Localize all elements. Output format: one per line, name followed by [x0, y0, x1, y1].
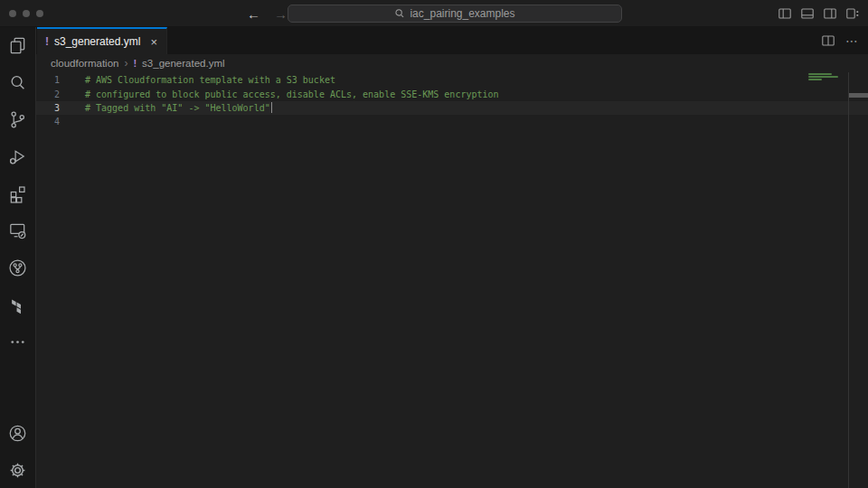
code-text[interactable]: # configured to block public access, dis… [85, 89, 499, 99]
code-text[interactable]: # Tagged with "AI" -> "HelloWorld" [85, 103, 270, 113]
line-number: 3 [36, 103, 60, 113]
tab-close-icon[interactable]: × [149, 35, 158, 49]
code-line-3-active[interactable]: 3 # Tagged with "AI" -> "HelloWorld" [36, 101, 868, 115]
toggle-panel-button[interactable] [799, 5, 816, 22]
tab-s3-generated-yml[interactable]: ! s3_generated.yml × [37, 27, 167, 54]
zoom-window-button[interactable] [36, 10, 43, 17]
more-actions-icon[interactable]: ⋯ [845, 33, 859, 48]
titlebar: ← → iac_pairing_examples [0, 0, 868, 27]
text-cursor [271, 102, 272, 113]
search-icon [394, 8, 405, 19]
tab-bar: ! s3_generated.yml × ⋯ [36, 27, 868, 54]
macos-traffic-lights [9, 0, 43, 27]
git-graph-icon[interactable] [0, 249, 36, 286]
line-number: 1 [36, 75, 60, 85]
line-number: 4 [36, 117, 60, 127]
overview-ruler-scrollbar[interactable] [848, 72, 868, 488]
minimap-line [808, 76, 838, 78]
yaml-file-icon: ! [133, 58, 137, 69]
search-icon[interactable] [0, 64, 36, 101]
terraform-icon[interactable] [0, 286, 36, 324]
code-text[interactable]: # AWS Cloudformation template with a S3 … [85, 75, 335, 85]
activity-bar [0, 27, 36, 488]
run-and-debug-icon[interactable] [0, 138, 36, 175]
command-center-search[interactable]: iac_pairing_examples [288, 5, 622, 23]
line-number: 2 [36, 89, 60, 99]
code-line-2[interactable]: 2 # configured to block public access, d… [36, 87, 868, 100]
customize-layout-button[interactable] [844, 5, 861, 22]
breadcrumb-separator: › [124, 57, 127, 70]
more-views-icon[interactable] [0, 324, 36, 361]
remote-explorer-icon[interactable] [0, 212, 36, 249]
minimize-window-button[interactable] [23, 10, 30, 17]
code-line-1[interactable]: 1 # AWS Cloudformation template with a S… [36, 73, 868, 87]
toggle-primary-sidebar-button[interactable] [777, 5, 793, 22]
nav-back-button[interactable]: ← [244, 5, 263, 23]
minimap-line [808, 73, 832, 75]
close-window-button[interactable] [9, 10, 16, 17]
tab-label: s3_generated.yml [54, 35, 140, 48]
vscode-window: ← → iac_pairing_examples [0, 0, 868, 488]
yaml-file-icon: ! [45, 35, 49, 48]
editor-group: ! s3_generated.yml × ⋯ cloudformation › … [36, 27, 868, 488]
settings-gear-icon[interactable] [0, 452, 36, 488]
minimap[interactable] [806, 72, 848, 488]
breadcrumb-file[interactable]: s3_generated.yml [142, 58, 224, 69]
code-line-4[interactable]: 4 [36, 115, 868, 128]
minimap-line [808, 79, 822, 80]
breadcrumb-folder[interactable]: cloudformation [51, 58, 118, 69]
code-editor[interactable]: 1 # AWS Cloudformation template with a S… [36, 72, 868, 488]
accounts-icon[interactable] [0, 415, 36, 452]
command-center-label: iac_pairing_examples [410, 7, 514, 20]
breadcrumb: cloudformation › ! s3_generated.yml [36, 54, 868, 72]
source-control-icon[interactable] [0, 101, 36, 138]
toggle-secondary-sidebar-button[interactable] [822, 5, 838, 22]
extensions-icon[interactable] [0, 175, 36, 212]
explorer-icon[interactable] [0, 27, 36, 64]
overview-ruler-cursor-marker [849, 93, 868, 98]
split-editor-icon[interactable] [820, 33, 836, 49]
